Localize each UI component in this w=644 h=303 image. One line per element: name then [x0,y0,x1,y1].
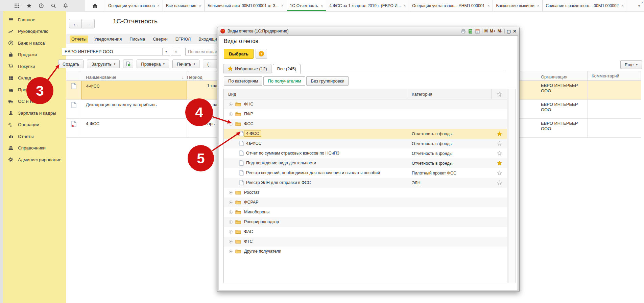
clear-filter-button[interactable]: × [171,48,181,55]
favorite-cell[interactable] [492,148,507,158]
calculator-icon[interactable] [468,29,473,34]
favorite-cell[interactable] [492,227,507,237]
chevron-down-icon[interactable]: ▾ [162,48,170,55]
close-icon[interactable]: × [281,4,283,8]
close-icon[interactable]: × [321,4,323,8]
favorite-cell[interactable] [492,237,507,247]
grouping-button[interactable]: Без группировки [306,76,349,86]
calendar-icon[interactable]: 31 [475,29,480,34]
sidebar-item-склад[interactable]: Склад [3,72,66,84]
period-column-header[interactable]: Период [187,71,219,80]
tree-folder-row[interactable]: ФСРАР [224,197,507,207]
org-column-header[interactable]: Организация [538,71,588,80]
favorite-cell[interactable] [492,168,507,178]
expand-plus-icon[interactable] [229,112,233,116]
select-button[interactable]: Выбрать [224,49,254,59]
m-plus-button[interactable]: M+ [490,29,496,33]
window-tab[interactable]: Списание с расчетного... 00БП-000002× [543,0,627,11]
kind-column-header[interactable]: Вид [224,89,407,99]
close-icon[interactable]: × [621,4,623,8]
create-button[interactable]: Создать [58,60,84,68]
close-icon[interactable]: × [158,4,160,8]
print-icon[interactable] [461,29,466,34]
tree-report-row[interactable]: 4-ФССОтчетность в фонды [224,129,507,139]
tree-folder-row[interactable]: Росприроднадзор [224,217,507,227]
tree-folder-row[interactable]: Росстат [224,188,507,197]
print-button[interactable]: Печать▾ [172,60,199,68]
favorite-cell[interactable] [492,109,507,119]
sidebar-item-руководителю[interactable]: Руководителю [3,26,66,38]
window-tab[interactable]: Операции учета взносов× [105,0,163,11]
sidebar-item-банк-и-касса[interactable]: Банк и касса [3,37,66,49]
grouping-button[interactable]: По получателям [263,76,305,86]
sidebar-item-отчеты[interactable]: Отчеты [3,131,66,142]
close-icon[interactable]: ✕ [513,29,517,34]
section-tab-входящи[interactable]: Входящи [197,36,218,43]
sidebar-item-администрирование[interactable]: Администрирование [3,154,66,166]
window-tab[interactable]: Больничный лист 00БП-000001 от 3...× [205,0,287,11]
history-icon[interactable] [39,3,44,8]
window-tab[interactable]: Операция учета взнос... АНБП-000001× [409,0,493,11]
grouping-button[interactable]: По категориям [224,76,262,86]
tree-folder-row[interactable]: ФАС [224,227,507,237]
favorite-cell[interactable] [492,129,507,139]
favorite-cell[interactable] [492,158,507,168]
favorite-cell[interactable] [492,207,507,217]
sidebar-item-покупки[interactable]: Покупки [3,61,66,72]
new-file-button[interactable] [123,60,133,68]
expand-minus-icon[interactable] [229,122,233,126]
favorite-cell[interactable] [492,119,507,129]
window-tab[interactable]: 4-ФСС за 1 квартал 2019 г. (ЕВРО И...× [326,0,409,11]
star-icon[interactable] [26,3,32,8]
m-button[interactable]: M [484,29,488,33]
section-tab-сверки[interactable]: Сверки [151,36,169,43]
close-icon[interactable]: × [199,4,201,8]
tree-folder-row[interactable]: Другие получатели [224,247,507,256]
expand-plus-icon[interactable] [229,230,233,234]
close-icon[interactable]: × [537,4,539,8]
tree-report-row[interactable]: 4а-ФССОтчетность в фонды [224,139,507,148]
tree-folder-row[interactable]: ФНС [224,99,507,109]
info-button[interactable]: i [256,49,267,59]
close-icon[interactable]: × [641,0,643,4]
section-tab-егрюл[interactable]: ЕГРЮЛ [174,36,192,43]
tree-folder-row[interactable]: ПФР [224,109,507,119]
more-button[interactable]: Еще▾ [620,60,642,69]
report-name-cell[interactable]: 4-ФСС [81,119,187,137]
report-name-cell[interactable]: Декларация по налогу на прибыль [81,100,187,118]
favorite-cell[interactable] [492,217,507,227]
expand-plus-icon[interactable] [229,240,233,243]
organization-filter[interactable]: ЕВРО ИНТЕРЬЕР ООО ▾ [62,48,170,55]
favorite-cell[interactable] [492,197,507,207]
tree-report-row[interactable]: Реестр ЭЛН для отправки в ФССЭЛН [224,178,507,188]
favorite-cell[interactable] [492,247,507,256]
expand-plus-icon[interactable] [229,102,233,106]
window-tab[interactable]: Банковские выписки× [493,0,543,11]
sidebar-item-операции[interactable]: ДтКтОперации [3,119,66,131]
back-button[interactable]: ← [69,19,82,28]
close-icon[interactable]: × [487,4,490,8]
dialog-tab-all[interactable]: Все (245) [273,64,301,74]
comment-column-header[interactable]: Комментарий [588,71,641,80]
chevron-down-icon[interactable]: ▾ [638,4,640,8]
dialog-title-bar[interactable]: 1С Виды отчетов (1С:Предприятие) 31 M M+… [217,27,519,35]
expand-plus-icon[interactable] [229,250,233,253]
sidebar-item-справочники[interactable]: Справочники [3,142,66,154]
apps-grid-icon[interactable] [14,3,20,8]
favorite-cell[interactable] [492,139,507,148]
check-button[interactable]: Проверка▾ [137,60,169,68]
name-column-header[interactable]: Наименование↓ [81,71,187,80]
favorite-cell[interactable] [492,99,507,109]
sidebar-item-зарплата-и-кадры[interactable]: Зарплата и кадры [3,107,66,119]
window-tab[interactable]: Все начисления× [163,0,205,11]
search-icon[interactable] [51,3,56,8]
tree-report-row[interactable]: Подтверждение вида деятельностиОтчетност… [224,158,507,168]
section-tab-уведомления[interactable]: Уведомления [93,36,123,43]
home-button[interactable] [85,0,105,11]
scrollbar[interactable] [508,89,516,283]
forward-button[interactable]: → [82,19,95,28]
sidebar-item-продажи[interactable]: Продажи [3,49,66,61]
favorite-cell[interactable] [492,178,507,188]
tree-report-row[interactable]: Отчет по суммам страховых взносов по НСи… [224,148,507,158]
tree-folder-row[interactable]: ФТС [224,237,507,247]
